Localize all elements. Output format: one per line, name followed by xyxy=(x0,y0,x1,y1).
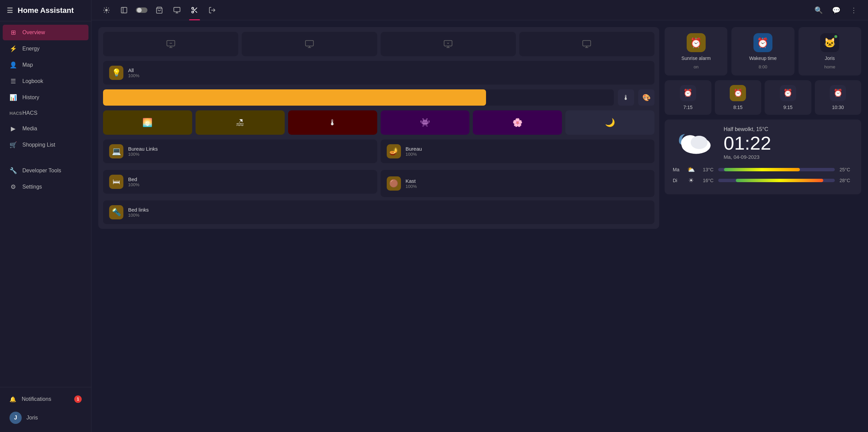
tab-toggle[interactable] xyxy=(134,0,150,20)
scene-btn-1[interactable]: 🌅 xyxy=(103,110,192,135)
chat-button[interactable]: 💬 xyxy=(829,3,844,18)
svg-line-3 xyxy=(104,7,105,8)
tab-cart[interactable] xyxy=(151,0,167,20)
tab-exit[interactable] xyxy=(204,0,220,20)
avatar: J xyxy=(9,412,22,424)
thermometer-btn[interactable]: 🌡 xyxy=(618,89,634,106)
tab-light[interactable] xyxy=(98,0,115,20)
quick-btn-2[interactable] xyxy=(242,32,377,56)
sidebar-item-notifications[interactable]: 🔔 Notifications 1 xyxy=(3,391,88,407)
brightness-bar xyxy=(103,89,486,106)
light-item-bureau[interactable]: 🪔 Bureau 100% xyxy=(381,139,655,163)
bed-links-icon: 🔦 xyxy=(109,205,123,219)
sidebar-item-overview[interactable]: ⊞ Overview xyxy=(3,25,88,40)
wakeup-alarm-icon: ⏰ xyxy=(753,33,772,52)
alarm-time-915[interactable]: ⏰ 9:15 xyxy=(765,80,811,115)
all-light-info: All 100% xyxy=(128,67,139,78)
sidebar-item-history[interactable]: 📊 History xyxy=(3,90,88,105)
sunrise-alarm-label: Sunrise alarm xyxy=(681,56,710,61)
sidebar-item-shopping[interactable]: 🛒 Shopping List xyxy=(3,137,88,153)
alarm-time-915-label: 9:15 xyxy=(783,105,792,110)
search-button[interactable]: 🔍 xyxy=(811,3,826,18)
quick-btn-3[interactable] xyxy=(381,32,516,56)
sidebar-item-hacs[interactable]: HACS HACS xyxy=(3,106,88,120)
more-button[interactable]: ⋮ xyxy=(846,3,861,18)
forecast-low-ma: 13°C xyxy=(700,167,713,172)
svg-line-8 xyxy=(108,7,109,8)
svg-point-12 xyxy=(137,8,142,13)
light-item-kast[interactable]: 🟤 Kast 100% xyxy=(381,170,655,197)
sidebar-item-logbook[interactable]: ☰ Logbook xyxy=(3,73,88,89)
scene-btn-2[interactable]: 🏖 xyxy=(196,110,285,135)
forecast-bar-fill-di xyxy=(736,179,823,182)
quick-btn-1[interactable] xyxy=(103,32,238,56)
sidebar-item-label: Overview xyxy=(22,29,45,36)
shopping-icon: 🛒 xyxy=(9,141,17,149)
sidebar-nav: ⊞ Overview ⚡ Energy 👤 Map ☰ Logbook 📊 Hi… xyxy=(0,21,91,387)
sidebar-item-developer-tools[interactable]: 🔧 Developer Tools xyxy=(3,163,88,178)
brightness-bar-container[interactable] xyxy=(103,89,614,106)
light-item-bed-links[interactable]: 🔦 Bed links 100% xyxy=(103,200,654,224)
tab-scene[interactable] xyxy=(116,0,132,20)
svg-line-21 xyxy=(193,9,195,10)
alarm-time-715[interactable]: ⏰ 7:15 xyxy=(665,80,711,115)
light-item-all[interactable]: 💡 All 100% xyxy=(103,61,654,85)
sidebar-item-map[interactable]: 👤 Map xyxy=(3,57,88,73)
bed-icon: 🛏 xyxy=(109,175,123,189)
alarm-card-joris[interactable]: 🐱 Joris home xyxy=(799,27,861,75)
scene-btn-4[interactable]: 👾 xyxy=(381,110,470,135)
alarm-time-715-label: 7:15 xyxy=(683,105,692,110)
forecast-bar-di xyxy=(718,179,835,182)
scene-btn-3[interactable]: 🌡 xyxy=(288,110,377,135)
forecast-day-ma: Ma xyxy=(673,167,682,172)
kast-info: Kast 100% xyxy=(406,178,417,189)
sidebar-item-settings[interactable]: ⚙ Settings xyxy=(3,179,88,195)
sidebar: ☰ Home Assistant ⊞ Overview ⚡ Energy 👤 M… xyxy=(0,0,92,432)
light-item-bed[interactable]: 🛏 Bed 100% xyxy=(103,170,377,194)
svg-rect-27 xyxy=(305,41,313,46)
sidebar-item-media[interactable]: ▶ Media xyxy=(3,121,88,136)
menu-icon[interactable]: ☰ xyxy=(7,6,13,15)
sidebar-item-energy[interactable]: ⚡ Energy xyxy=(3,41,88,57)
svg-rect-9 xyxy=(121,7,127,13)
tab-cut[interactable] xyxy=(186,0,203,20)
palette-btn[interactable]: 🎨 xyxy=(638,89,654,106)
tab-monitor[interactable] xyxy=(169,0,185,20)
history-icon: 📊 xyxy=(9,94,17,101)
topbar-tabs xyxy=(98,0,220,20)
light-items-grid: 💻 Bureau Links 100% 🪔 Bureau 100% xyxy=(103,139,654,197)
forecast-icon-di: ☀ xyxy=(687,177,695,184)
quick-btn-4[interactable] xyxy=(519,32,654,56)
wrench-icon: 🔧 xyxy=(9,167,17,174)
joris-sub: home xyxy=(824,64,835,69)
all-light-icon: 💡 xyxy=(109,66,123,80)
weather-description: Half bewolkt, 15°C xyxy=(724,126,853,132)
main: 🔍 💬 ⋮ xyxy=(92,0,868,432)
logbook-icon: ☰ xyxy=(9,78,17,85)
username-label: Joris xyxy=(26,415,38,421)
light-item-bureau-links[interactable]: 💻 Bureau Links 100% xyxy=(103,139,377,163)
gear-icon: ⚙ xyxy=(9,183,17,191)
forecast-bar-ma xyxy=(718,168,835,171)
content: 💡 All 100% 🌡 🎨 🌅 🏖 xyxy=(92,20,868,432)
sidebar-header: ☰ Home Assistant xyxy=(0,0,91,21)
scene-btn-5[interactable]: 🌸 xyxy=(473,110,562,135)
lights-card: 💡 All 100% 🌡 🎨 🌅 🏖 xyxy=(98,27,659,229)
svg-point-17 xyxy=(192,7,194,9)
forecast-day-di: Di xyxy=(673,178,682,183)
sidebar-item-label: Settings xyxy=(22,184,42,190)
joris-label: Joris xyxy=(825,56,835,61)
alarm-card-sunrise[interactable]: ⏰ Sunrise alarm on xyxy=(665,27,727,75)
sidebar-item-label: Map xyxy=(22,62,33,68)
alarm-time-1030[interactable]: ⏰ 10:30 xyxy=(815,80,862,115)
sidebar-item-user[interactable]: J Joris xyxy=(3,408,88,428)
sidebar-item-label: HACS xyxy=(22,110,37,116)
bureau-links-info: Bureau Links 100% xyxy=(128,146,158,157)
forecast-low-di: 16°C xyxy=(700,178,713,183)
alarm-card-wakeup[interactable]: ⏰ Wakeup time 8:00 xyxy=(731,27,794,75)
scene-btn-6[interactable]: 🌙 xyxy=(565,110,654,135)
svg-line-20 xyxy=(195,11,197,13)
alarm-time-815[interactable]: ⏰ 8:15 xyxy=(715,80,762,115)
forecast-rows: Ma ⛅ 13°C 25°C Di ☀ 16°C xyxy=(673,166,853,184)
bell-icon: 🔔 xyxy=(9,396,16,403)
